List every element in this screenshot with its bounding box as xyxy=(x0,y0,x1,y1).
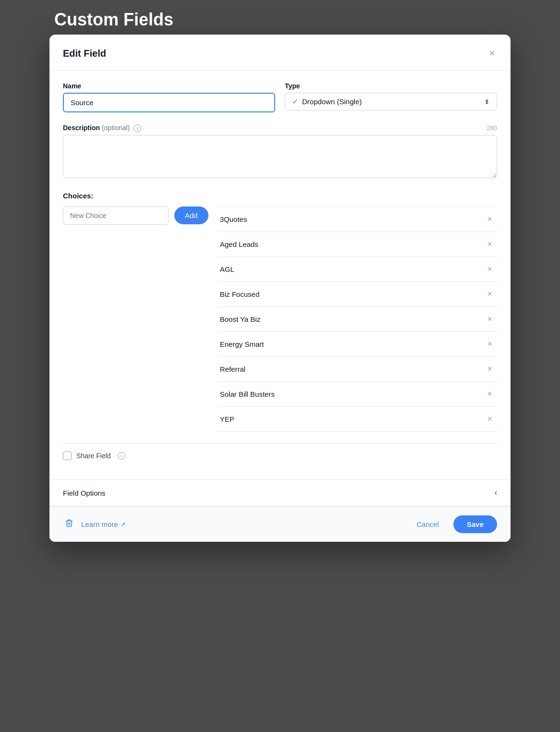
description-textarea[interactable] xyxy=(63,135,497,178)
list-item: Biz Focused× xyxy=(218,282,497,307)
list-item: 3Quotes× xyxy=(218,207,497,232)
choice-name: Referral xyxy=(220,365,245,373)
page-background-title: Custom Fields xyxy=(49,10,511,30)
choice-name: Solar Bill Busters xyxy=(220,390,275,398)
choices-section: Choices: Add 3Quotes×Aged Leads×AGL×Biz … xyxy=(63,192,497,432)
footer-left: Learn more ➚ xyxy=(63,517,126,532)
name-group: Name xyxy=(63,82,275,112)
modal-title: Edit Field xyxy=(63,48,106,59)
list-item: Referral× xyxy=(218,357,497,382)
name-input[interactable] xyxy=(63,93,275,112)
name-type-row: Name Type ✓ Dropdown (Single) ⬍ xyxy=(63,82,497,112)
field-options-row[interactable]: Field Options ‹ xyxy=(49,479,511,506)
share-field-info-icon: i xyxy=(118,452,125,460)
close-button[interactable]: × xyxy=(487,45,497,61)
select-arrows-icon: ⬍ xyxy=(484,98,490,106)
type-group: Type ✓ Dropdown (Single) ⬍ xyxy=(285,82,497,112)
share-field-row: Share Field i xyxy=(63,443,497,468)
choice-name: Aged Leads xyxy=(220,240,258,248)
remove-choice-button[interactable]: × xyxy=(484,238,495,250)
description-info-icon: i xyxy=(134,124,141,132)
list-item: AGL× xyxy=(218,257,497,282)
choice-name: YEP xyxy=(220,415,234,423)
edit-field-modal: Edit Field × Name Type ✓ Dropdown (Singl xyxy=(49,35,511,542)
check-icon: ✓ xyxy=(292,97,298,106)
list-item: YEP× xyxy=(218,407,497,432)
remove-choice-button[interactable]: × xyxy=(484,313,495,325)
share-field-checkbox[interactable] xyxy=(63,451,72,460)
modal-header: Edit Field × xyxy=(49,35,511,71)
remove-choice-button[interactable]: × xyxy=(484,288,495,300)
remove-choice-button[interactable]: × xyxy=(484,388,495,400)
remove-choice-button[interactable]: × xyxy=(484,213,495,225)
new-choice-input[interactable] xyxy=(63,207,169,225)
choice-name: Energy Smart xyxy=(220,340,264,348)
modal-footer: Learn more ➚ Cancel Save xyxy=(49,506,511,542)
description-label-row: Description (optional) i 280 xyxy=(63,124,497,132)
modal-body: Name Type ✓ Dropdown (Single) ⬍ xyxy=(49,71,511,479)
list-item: Energy Smart× xyxy=(218,332,497,357)
choices-label: Choices: xyxy=(63,192,497,200)
remove-choice-button[interactable]: × xyxy=(484,413,495,425)
new-choice-area: Add xyxy=(63,207,208,432)
description-optional: (optional) xyxy=(102,124,130,132)
remove-choice-button[interactable]: × xyxy=(484,338,495,350)
external-link-icon: ➚ xyxy=(121,521,126,528)
type-label: Type xyxy=(285,82,497,90)
description-label: Description (optional) i xyxy=(63,124,141,132)
delete-button[interactable] xyxy=(63,517,75,532)
choices-content: Add 3Quotes×Aged Leads×AGL×Biz Focused×B… xyxy=(63,207,497,432)
name-label: Name xyxy=(63,82,275,90)
cancel-button[interactable]: Cancel xyxy=(409,516,447,532)
learn-more-link[interactable]: Learn more ➚ xyxy=(81,520,126,528)
share-field-label: Share Field xyxy=(76,452,111,460)
list-item: Solar Bill Busters× xyxy=(218,382,497,407)
choices-list: 3Quotes×Aged Leads×AGL×Biz Focused×Boost… xyxy=(218,207,497,432)
choice-name: Boost Ya Biz xyxy=(220,315,261,323)
list-item: Aged Leads× xyxy=(218,232,497,257)
chevron-left-icon: ‹ xyxy=(495,488,497,497)
footer-right: Cancel Save xyxy=(409,515,497,533)
remove-choice-button[interactable]: × xyxy=(484,263,495,275)
choice-name: AGL xyxy=(220,265,234,273)
type-select-value: Dropdown (Single) xyxy=(302,98,484,106)
type-select[interactable]: ✓ Dropdown (Single) ⬍ xyxy=(285,93,497,110)
learn-more-text: Learn more xyxy=(81,520,118,528)
description-char-count: 280 xyxy=(487,124,497,132)
choice-name: 3Quotes xyxy=(220,215,247,223)
save-button[interactable]: Save xyxy=(453,515,497,533)
field-options-label: Field Options xyxy=(63,489,105,497)
add-choice-button[interactable]: Add xyxy=(174,207,208,224)
description-row: Description (optional) i 280 xyxy=(63,124,497,180)
choice-name: Biz Focused xyxy=(220,290,260,298)
list-item: Boost Ya Biz× xyxy=(218,307,497,332)
remove-choice-button[interactable]: × xyxy=(484,363,495,375)
